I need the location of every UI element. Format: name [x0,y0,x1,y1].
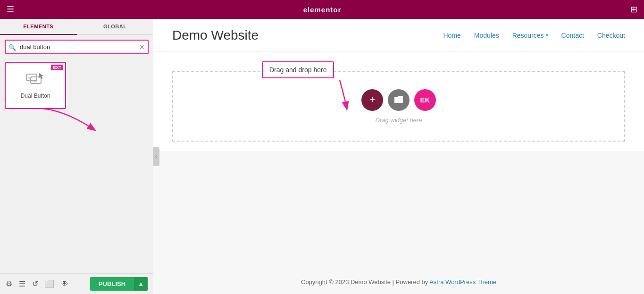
site-title: Demo Website [172,28,259,43]
canvas-area: Demo Website Home Modules Resources ▾ Co… [153,19,644,294]
search-input[interactable] [5,40,149,54]
settings-icon[interactable]: ⚙ [6,279,12,288]
publish-btn-wrap: PUBLISH ▲ [90,277,148,291]
widget-label: Dual Button [21,92,50,99]
widget-badge: EXT [51,65,63,70]
ek-button[interactable]: EK [414,89,436,111]
preview-icon[interactable]: 👁 [61,280,68,288]
nav-home[interactable]: Home [443,32,460,39]
widgets-grid: EXT btn btn Dual Button [0,59,153,112]
responsive-icon[interactable]: ⬜ [45,279,54,288]
add-element-button[interactable]: + [361,89,383,111]
footer-link[interactable]: Astra WordPress Theme [429,278,496,286]
top-bar: ☰ elementor ⊞ [0,0,644,19]
history-icon[interactable]: ↺ [32,279,38,288]
folder-button[interactable] [388,89,410,111]
svg-text:btn: btn [33,79,37,83]
sidebar-bottom: ⚙ ☰ ↺ ⬜ 👁 PUBLISH ▲ [0,273,153,294]
widget-dual-button[interactable]: EXT btn btn Dual Button [5,62,66,109]
drag-widget-text: Drag widget here [376,117,422,124]
drop-zone-container: Drag and drop here + [153,52,644,151]
nav-menu: Home Modules Resources ▾ Contact Checkou… [443,32,625,39]
hamburger-icon[interactable]: ☰ [7,4,14,15]
sidebar-tabs: ELEMENTS GLOBAL [0,19,153,35]
publish-dropdown-button[interactable]: ▲ [134,277,148,291]
search-container: 🔍 ✕ [0,35,153,59]
collapse-sidebar-handle[interactable]: ‹ [153,147,159,166]
preview-footer: Copyright © 2023 Demo Website | Powered … [153,270,644,294]
footer-text: Copyright © 2023 Demo Website | Powered … [301,278,429,286]
nav-checkout[interactable]: Checkout [597,32,625,39]
svg-text:btn: btn [28,76,33,80]
website-preview: Demo Website Home Modules Resources ▾ Co… [153,19,644,294]
search-icon: 🔍 [8,43,16,50]
dual-button-icon: btn btn [26,72,45,90]
main-layout: ELEMENTS GLOBAL 🔍 ✕ EXT btn btn [0,19,644,294]
drop-zone[interactable]: + EK Drag widget here [172,71,625,142]
tab-elements[interactable]: ELEMENTS [0,19,77,35]
chevron-down-icon: ▾ [546,33,548,38]
drop-zone-buttons: + EK [361,89,436,111]
sidebar: ELEMENTS GLOBAL 🔍 ✕ EXT btn btn [0,19,153,294]
nav-contact[interactable]: Contact [561,32,584,39]
nav-modules[interactable]: Modules [474,32,499,39]
tab-global[interactable]: GLOBAL [77,19,154,34]
publish-button[interactable]: PUBLISH [90,277,134,291]
search-clear-icon[interactable]: ✕ [139,43,145,51]
preview-header: Demo Website Home Modules Resources ▾ Co… [153,19,644,52]
bottom-icons: ⚙ ☰ ↺ ⬜ 👁 [6,279,68,288]
elementor-logo: elementor [303,6,342,14]
svg-marker-4 [39,73,43,79]
drag-drop-tooltip: Drag and drop here [262,61,334,78]
layers-icon[interactable]: ☰ [19,279,25,288]
grid-icon[interactable]: ⊞ [630,4,637,15]
nav-resources[interactable]: Resources ▾ [512,32,548,39]
